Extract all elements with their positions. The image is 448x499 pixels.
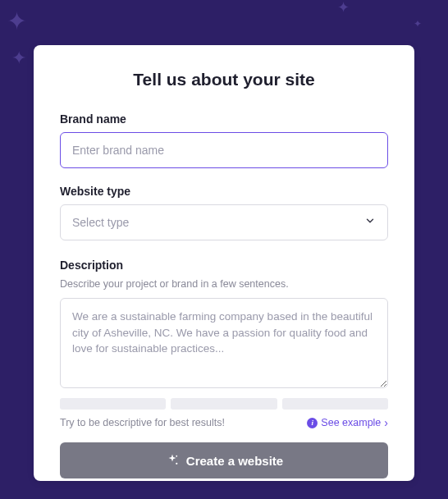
chevron-right-icon: › [384, 416, 388, 429]
site-info-card: Tell us about your site Brand name Websi… [34, 45, 414, 481]
description-textarea[interactable] [60, 298, 388, 388]
tip-text: Try to be descriptive for best results! [60, 417, 225, 428]
brand-name-input[interactable] [60, 132, 388, 168]
website-type-select[interactable]: Select type [60, 204, 388, 240]
description-label: Description [60, 259, 388, 272]
create-button-label: Create a website [186, 454, 283, 468]
suggestion-chip[interactable] [171, 398, 277, 410]
website-type-placeholder: Select type [72, 216, 129, 229]
see-example-label: See example [321, 417, 381, 428]
brand-name-label: Brand name [60, 112, 388, 126]
svg-point-0 [176, 456, 177, 457]
page-title: Tell us about your site [60, 70, 388, 89]
tips-row: Try to be descriptive for best results! … [60, 416, 388, 429]
suggestion-chip[interactable] [60, 398, 166, 410]
suggestion-chip[interactable] [282, 398, 388, 410]
svg-point-1 [176, 463, 177, 465]
info-icon: i [307, 418, 318, 428]
sparkle-decoration: ✦ [414, 18, 422, 30]
suggestions-row [60, 398, 388, 410]
sparkle-decoration: ✦ [11, 48, 26, 69]
create-website-button[interactable]: Create a website [60, 442, 388, 478]
sparkle-decoration: ✦ [7, 7, 27, 35]
website-type-label: Website type [60, 185, 388, 198]
sparkle-icon [165, 453, 180, 468]
see-example-link[interactable]: i See example › [307, 416, 388, 429]
sparkle-decoration: ✦ [337, 0, 350, 16]
chevron-down-icon [364, 215, 376, 230]
description-help-text: Describe your project or brand in a few … [60, 278, 388, 290]
